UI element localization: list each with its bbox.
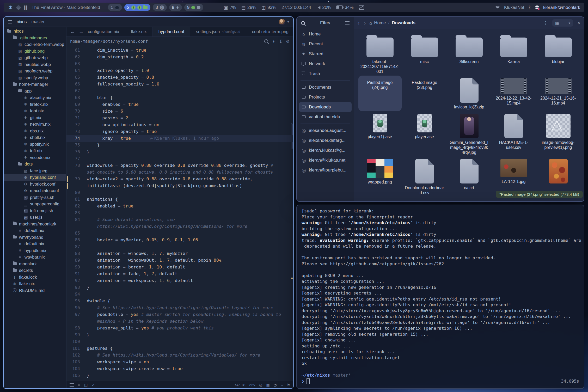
code-line[interactable]: 104 workspace_swipe_create_new = true bbox=[66, 365, 293, 372]
code-line[interactable]: 92 animation = workspaces, 1, 6, default bbox=[66, 277, 293, 284]
breadcrumb[interactable]: home-manager/dots/hyprland.conf bbox=[70, 39, 148, 44]
code-line[interactable]: 93} bbox=[66, 284, 293, 291]
pause-icon[interactable]: ▌▌ bbox=[24, 5, 28, 9]
mic-icon[interactable]: ⌁ bbox=[281, 383, 283, 387]
code-line[interactable]: https://wiki.hyprland.org/Configuring/An… bbox=[66, 223, 293, 230]
file-item[interactable]: image-removebg-preview(1).png bbox=[536, 111, 580, 156]
sidebar-item-recent[interactable]: ◷Recent bbox=[299, 39, 352, 49]
code-line[interactable]: 71 passes = 2 bbox=[66, 115, 293, 121]
code-line[interactable]: 74 xray = trueKieran Klukas, 1 hour ago bbox=[66, 135, 293, 142]
tree-item[interactable]: ❄hypridle.nix bbox=[4, 247, 66, 254]
code-line[interactable]: 69 enabled = true bbox=[66, 101, 293, 108]
tree-item[interactable]: ❄default.nix bbox=[4, 227, 66, 234]
breadcrumb-current[interactable]: Downloads bbox=[392, 20, 415, 26]
tree-item[interactable]: ⚙hyprlock.conf bbox=[4, 181, 66, 188]
kebab-menu-icon[interactable]: ⋮ bbox=[543, 20, 548, 26]
code-line[interactable]: 91 animation = fade, 1, 7, default bbox=[66, 271, 293, 277]
tree-item[interactable]: sunpaperconfig bbox=[4, 201, 66, 207]
workspace-pill[interactable]: 1 bbox=[108, 4, 122, 11]
workspace-pill[interactable]: 9 bbox=[184, 4, 203, 11]
tree-item[interactable]: machines/moonlark bbox=[4, 221, 66, 228]
code-line[interactable]: 62 dim_strength = 0.2 bbox=[66, 54, 293, 60]
code-line[interactable]: 103 workspace_swipe = on bbox=[66, 359, 293, 365]
collab-icon[interactable]: ◫ bbox=[84, 383, 88, 387]
code-line[interactable]: 75 } bbox=[66, 142, 293, 149]
code-line[interactable]: mainMod + P in the keybinds section belo… bbox=[66, 318, 293, 325]
terminal-window[interactable]: [sudo] password for kierank:Place your f… bbox=[296, 205, 584, 389]
code-line[interactable]: 96 # See https://wiki.hyprland.org/Confi… bbox=[66, 304, 293, 311]
code-line[interactable]: 95dwindle { bbox=[66, 298, 293, 304]
tray-app-icon[interactable] bbox=[535, 5, 539, 9]
git-branch-label[interactable]: master bbox=[32, 19, 45, 24]
file-item[interactable]: Pasted image (24).png bbox=[358, 76, 402, 111]
tree-item[interactable]: ⚙hyprland.conf bbox=[4, 174, 66, 181]
tree-item[interactable]: >_prettify-ss.sh bbox=[4, 194, 66, 201]
tree-item[interactable]: ❄obs.nix bbox=[4, 128, 66, 134]
file-item[interactable]: DoubloonLeaderboard.csv bbox=[402, 156, 447, 197]
code-line[interactable]: 101gestures { bbox=[66, 345, 293, 352]
sidebar-item-alexander-defarg-[interactable]: @alexander.defarg... bbox=[299, 136, 352, 145]
code-line[interactable]: 73 ignore_opacity = true bbox=[66, 128, 293, 135]
copilot-icon[interactable]: ◎ bbox=[259, 383, 262, 387]
editor-tab[interactable]: hyprland.conf bbox=[153, 27, 190, 36]
sidebar-item-alesander-august-[interactable]: @alesander.august... bbox=[299, 126, 352, 135]
code-line[interactable]: 105} bbox=[66, 372, 293, 379]
tree-item[interactable]: home-manager bbox=[4, 81, 66, 88]
tree-item[interactable]: ❄firefox.nix bbox=[4, 101, 66, 108]
file-item[interactable]: Pasted image (23).png bbox=[402, 76, 447, 111]
tree-item[interactable]: ▨nautilus.webp bbox=[4, 61, 66, 68]
extensions-icon[interactable]: ⚑ bbox=[287, 383, 290, 387]
project-name[interactable]: nixos bbox=[17, 19, 27, 24]
code-line[interactable]: 66 fullscreen_opacity = 1.0 bbox=[66, 81, 293, 88]
code-line[interactable]: 63 bbox=[66, 60, 293, 67]
spotify-icon[interactable] bbox=[16, 5, 21, 10]
tree-item[interactable]: ❄tofi.nix bbox=[4, 148, 66, 154]
cursor-position[interactable]: 74:18 bbox=[234, 383, 246, 387]
files-back-icon[interactable]: ‹ bbox=[358, 20, 359, 26]
sidebar-item-kieran-klukas-net[interactable]: @kieran@klukas.net bbox=[299, 155, 352, 165]
editor-tab[interactable]: flake.nix bbox=[125, 27, 153, 36]
volume-stat[interactable]: 20% bbox=[316, 5, 331, 10]
code-line[interactable]: 61 dim_inactive = true bbox=[66, 47, 293, 54]
sidebar-item-network[interactable]: Network bbox=[299, 59, 352, 69]
terminal-panel-icon[interactable]: ⌗ bbox=[78, 383, 80, 387]
nixos-logo-icon[interactable]: ❄ bbox=[8, 4, 13, 11]
code-line[interactable]: 72 new_optimizations = on bbox=[66, 121, 293, 128]
code-line[interactable]: 81animations { bbox=[66, 196, 293, 203]
tree-item[interactable]: ❄flake.nix bbox=[4, 280, 66, 287]
language-mode[interactable]: env bbox=[249, 383, 255, 387]
code-line[interactable]: 64 active_opacity = 1.0 bbox=[66, 67, 293, 74]
workspace-pill[interactable]: 2?? bbox=[124, 4, 150, 11]
file-item[interactable]: 2024-12-22_13-42-15.mp4 bbox=[491, 76, 536, 111]
tree-item[interactable]: JSuser.js bbox=[4, 214, 66, 221]
file-item[interactable]: blobjar bbox=[536, 32, 580, 76]
chevron-down-icon[interactable]: ▾ bbox=[287, 20, 289, 24]
tree-item[interactable]: ▨neofetch.webp bbox=[4, 68, 66, 75]
files-menu-icon[interactable] bbox=[345, 23, 350, 23]
text-cursor-icon[interactable]: I bbox=[279, 39, 282, 44]
tree-item[interactable]: dots bbox=[4, 161, 66, 168]
tree-item[interactable]: wm/hyprland bbox=[4, 234, 66, 241]
code-line[interactable]: 83 bbox=[66, 210, 293, 216]
clock[interactable]: 27/12 00:51:44 bbox=[281, 5, 311, 10]
code-line[interactable]: 79windowrulev2 = opacity 0.88 override 0… bbox=[66, 176, 293, 182]
code-line[interactable]: 88 animation = windows, 1, 7, myBezier bbox=[66, 250, 293, 257]
code-line[interactable]: 70 size = 6 bbox=[66, 108, 293, 115]
code-line[interactable]: 87 bbox=[66, 243, 293, 250]
code-line[interactable]: 67 bbox=[66, 88, 293, 94]
grid-icon[interactable]: ▦ bbox=[266, 383, 270, 387]
file-item[interactable]: Silkscreen bbox=[447, 32, 491, 76]
diagnostics-check-icon[interactable]: ✓ bbox=[92, 383, 95, 387]
code-line[interactable]: 85 bbox=[66, 230, 293, 237]
sidebar-item-trash[interactable]: Trash bbox=[299, 69, 352, 78]
sidebar-item-kieran-klukas-g-[interactable]: @kieran.klukas@g... bbox=[299, 145, 352, 155]
tree-item[interactable]: nixos bbox=[4, 28, 66, 35]
bluetooth-icon[interactable]: ᛒ bbox=[528, 5, 531, 10]
file-item[interactable]: player.ase bbox=[402, 111, 447, 156]
file-item[interactable]: 2024-12-21_15-16-16.mp4 bbox=[536, 76, 580, 111]
tree-item[interactable]: >_tofi-emoji.sh bbox=[4, 207, 66, 214]
tree-item[interactable]: moonlark bbox=[4, 261, 66, 267]
code-line[interactable]: 65 inactive_opacity = 0.8 bbox=[66, 74, 293, 81]
breadcrumb-home[interactable]: ⌂Home bbox=[369, 20, 386, 26]
editor-tab[interactable]: configuration.nix bbox=[82, 27, 125, 36]
